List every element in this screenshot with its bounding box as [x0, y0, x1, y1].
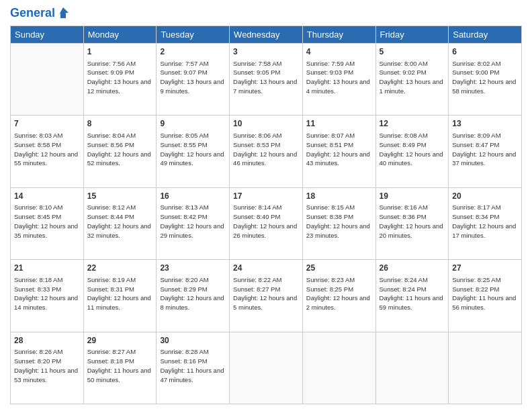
day-of-week-header: Friday	[375, 26, 449, 43]
calendar-cell: 11Sunrise: 8:07 AMSunset: 8:51 PMDayligh…	[302, 116, 375, 187]
calendar-cell: 12Sunrise: 8:08 AMSunset: 8:49 PMDayligh…	[375, 116, 449, 187]
day-number: 21	[14, 263, 80, 274]
header: General	[10, 7, 522, 20]
cell-info: Sunrise: 8:14 AMSunset: 8:40 PMDaylight:…	[233, 203, 299, 240]
day-of-week-header: Wednesday	[230, 26, 303, 43]
day-number: 27	[452, 263, 518, 274]
day-number: 24	[233, 263, 299, 274]
calendar-cell: 25Sunrise: 8:23 AMSunset: 8:25 PMDayligh…	[302, 260, 375, 332]
day-number: 20	[452, 191, 518, 202]
logo-text: General	[10, 7, 55, 20]
calendar-cell: 6Sunrise: 8:02 AMSunset: 9:00 PMDaylight…	[449, 43, 522, 115]
day-number: 4	[306, 46, 372, 58]
calendar-cell: 17Sunrise: 8:14 AMSunset: 8:40 PMDayligh…	[230, 187, 303, 259]
day-number: 2	[160, 46, 226, 58]
calendar-cell	[375, 332, 449, 404]
day-number: 29	[87, 335, 153, 347]
calendar-cell: 27Sunrise: 8:25 AMSunset: 8:22 PMDayligh…	[449, 260, 522, 332]
day-number: 26	[380, 263, 445, 274]
calendar-cell: 5Sunrise: 8:00 AMSunset: 9:02 PMDaylight…	[375, 43, 449, 115]
calendar-cell: 29Sunrise: 8:27 AMSunset: 8:18 PMDayligh…	[83, 332, 157, 404]
calendar-cell: 2Sunrise: 7:57 AMSunset: 9:07 PMDaylight…	[157, 43, 230, 115]
cell-info: Sunrise: 7:58 AMSunset: 9:05 PMDaylight:…	[233, 59, 299, 96]
calendar-cell: 13Sunrise: 8:09 AMSunset: 8:47 PMDayligh…	[449, 116, 522, 187]
cell-info: Sunrise: 8:15 AMSunset: 8:38 PMDaylight:…	[306, 203, 372, 240]
calendar-cell: 10Sunrise: 8:06 AMSunset: 8:53 PMDayligh…	[230, 116, 303, 187]
calendar-cell: 19Sunrise: 8:16 AMSunset: 8:36 PMDayligh…	[375, 187, 449, 259]
calendar-header-row: SundayMondayTuesdayWednesdayThursdayFrid…	[11, 26, 522, 43]
cell-info: Sunrise: 8:28 AMSunset: 8:16 PMDaylight:…	[160, 347, 226, 384]
day-number: 22	[87, 263, 153, 274]
day-number: 9	[160, 118, 226, 130]
calendar-cell: 24Sunrise: 8:22 AMSunset: 8:27 PMDayligh…	[230, 260, 303, 332]
day-number: 17	[233, 191, 299, 202]
cell-info: Sunrise: 8:02 AMSunset: 9:00 PMDaylight:…	[452, 59, 518, 96]
cell-info: Sunrise: 8:00 AMSunset: 9:02 PMDaylight:…	[380, 59, 445, 96]
calendar-cell: 26Sunrise: 8:24 AMSunset: 8:24 PMDayligh…	[375, 260, 449, 332]
day-of-week-header: Saturday	[449, 26, 522, 43]
cell-info: Sunrise: 8:24 AMSunset: 8:24 PMDaylight:…	[380, 275, 445, 312]
calendar-table: SundayMondayTuesdayWednesdayThursdayFrid…	[10, 26, 522, 404]
calendar-cell: 30Sunrise: 8:28 AMSunset: 8:16 PMDayligh…	[157, 332, 230, 404]
day-number: 15	[87, 191, 153, 202]
cell-info: Sunrise: 8:25 AMSunset: 8:22 PMDaylight:…	[452, 275, 518, 312]
calendar-cell	[230, 332, 303, 404]
calendar-cell: 9Sunrise: 8:05 AMSunset: 8:55 PMDaylight…	[157, 116, 230, 187]
calendar-cell: 21Sunrise: 8:18 AMSunset: 8:33 PMDayligh…	[11, 260, 84, 332]
day-number: 11	[306, 118, 372, 130]
cell-info: Sunrise: 8:08 AMSunset: 8:49 PMDaylight:…	[380, 131, 445, 168]
calendar-week-row: 21Sunrise: 8:18 AMSunset: 8:33 PMDayligh…	[11, 260, 522, 332]
cell-info: Sunrise: 8:04 AMSunset: 8:56 PMDaylight:…	[87, 131, 153, 168]
cell-info: Sunrise: 8:17 AMSunset: 8:34 PMDaylight:…	[452, 203, 518, 240]
day-number: 30	[160, 335, 226, 347]
calendar-cell	[302, 332, 375, 404]
day-number: 18	[306, 191, 372, 202]
cell-info: Sunrise: 8:09 AMSunset: 8:47 PMDaylight:…	[452, 131, 518, 168]
calendar-cell: 22Sunrise: 8:19 AMSunset: 8:31 PMDayligh…	[83, 260, 157, 332]
day-of-week-header: Thursday	[302, 26, 375, 43]
day-of-week-header: Tuesday	[157, 26, 230, 43]
cell-info: Sunrise: 8:13 AMSunset: 8:42 PMDaylight:…	[160, 203, 226, 240]
day-number: 19	[380, 191, 445, 202]
calendar-cell: 14Sunrise: 8:10 AMSunset: 8:45 PMDayligh…	[11, 187, 84, 259]
cell-info: Sunrise: 8:06 AMSunset: 8:53 PMDaylight:…	[233, 131, 299, 168]
calendar-cell: 7Sunrise: 8:03 AMSunset: 8:58 PMDaylight…	[11, 116, 84, 187]
cell-info: Sunrise: 8:03 AMSunset: 8:58 PMDaylight:…	[14, 131, 80, 168]
cell-info: Sunrise: 8:12 AMSunset: 8:44 PMDaylight:…	[87, 203, 153, 240]
calendar-page: General SundayMondayTuesdayWednesdayThur…	[0, 0, 532, 411]
cell-info: Sunrise: 8:23 AMSunset: 8:25 PMDaylight:…	[306, 275, 372, 312]
cell-info: Sunrise: 7:57 AMSunset: 9:07 PMDaylight:…	[160, 59, 226, 96]
day-number: 8	[87, 118, 153, 130]
day-number: 6	[452, 46, 518, 58]
calendar-week-row: 1Sunrise: 7:56 AMSunset: 9:09 PMDaylight…	[11, 43, 522, 115]
day-number: 3	[233, 46, 299, 58]
calendar-week-row: 7Sunrise: 8:03 AMSunset: 8:58 PMDaylight…	[11, 116, 522, 187]
day-number: 10	[233, 118, 299, 130]
logo-icon	[56, 6, 70, 19]
calendar-cell: 3Sunrise: 7:58 AMSunset: 9:05 PMDaylight…	[230, 43, 303, 115]
cell-info: Sunrise: 8:20 AMSunset: 8:29 PMDaylight:…	[160, 275, 226, 312]
day-number: 25	[306, 263, 372, 274]
day-number: 7	[14, 118, 80, 130]
day-number: 5	[380, 46, 445, 58]
calendar-week-row: 28Sunrise: 8:26 AMSunset: 8:20 PMDayligh…	[11, 332, 522, 404]
day-number: 14	[14, 191, 80, 202]
cell-info: Sunrise: 8:27 AMSunset: 8:18 PMDaylight:…	[87, 347, 153, 384]
cell-info: Sunrise: 8:26 AMSunset: 8:20 PMDaylight:…	[14, 347, 80, 384]
cell-info: Sunrise: 7:59 AMSunset: 9:03 PMDaylight:…	[306, 59, 372, 96]
cell-info: Sunrise: 7:56 AMSunset: 9:09 PMDaylight:…	[87, 59, 153, 96]
calendar-cell: 4Sunrise: 7:59 AMSunset: 9:03 PMDaylight…	[302, 43, 375, 115]
day-number: 28	[14, 335, 80, 347]
day-of-week-header: Monday	[83, 26, 157, 43]
cell-info: Sunrise: 8:05 AMSunset: 8:55 PMDaylight:…	[160, 131, 226, 168]
logo: General	[10, 7, 70, 20]
calendar-cell	[449, 332, 522, 404]
calendar-cell: 23Sunrise: 8:20 AMSunset: 8:29 PMDayligh…	[157, 260, 230, 332]
calendar-cell: 18Sunrise: 8:15 AMSunset: 8:38 PMDayligh…	[302, 187, 375, 259]
calendar-cell: 1Sunrise: 7:56 AMSunset: 9:09 PMDaylight…	[83, 43, 157, 115]
cell-info: Sunrise: 8:16 AMSunset: 8:36 PMDaylight:…	[380, 203, 445, 240]
calendar-cell: 15Sunrise: 8:12 AMSunset: 8:44 PMDayligh…	[83, 187, 157, 259]
calendar-week-row: 14Sunrise: 8:10 AMSunset: 8:45 PMDayligh…	[11, 187, 522, 259]
calendar-cell: 28Sunrise: 8:26 AMSunset: 8:20 PMDayligh…	[11, 332, 84, 404]
day-number: 23	[160, 263, 226, 274]
